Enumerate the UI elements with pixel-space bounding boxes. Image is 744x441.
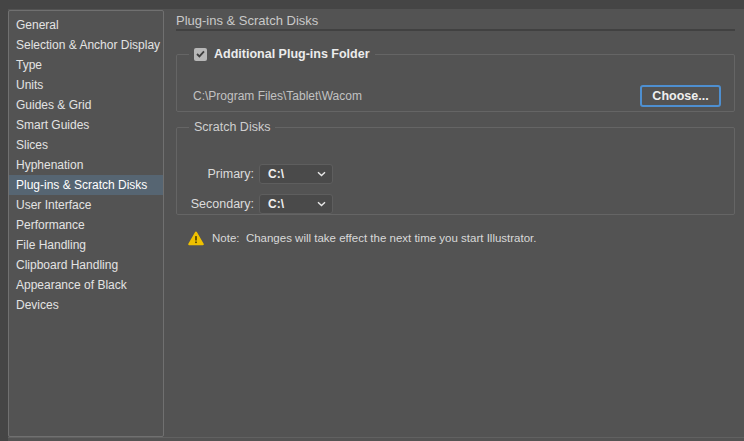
plugins-path-row: C:\Program Files\Tablet\Wacom Choose... [193, 85, 721, 107]
secondary-label: Secondary: [178, 197, 254, 211]
sidebar-list: General Selection & Anchor Display Type … [9, 11, 163, 315]
sidebar-item-user-interface[interactable]: User Interface [9, 195, 163, 215]
sidebar-item-general[interactable]: General [9, 15, 163, 35]
plugins-folder-path: C:\Program Files\Tablet\Wacom [193, 89, 362, 103]
additional-plugins-legend: Additional Plug-ins Folder [189, 47, 375, 61]
warning-icon [188, 231, 204, 246]
scratch-disks-label: Scratch Disks [194, 120, 270, 134]
primary-disk-value: C:\ [268, 167, 317, 181]
primary-disk-row: Primary: C:\ [178, 164, 333, 184]
additional-plugins-checkbox[interactable] [194, 48, 207, 61]
sidebar-item-appearance-of-black[interactable]: Appearance of Black [9, 275, 163, 295]
sidebar-item-slices[interactable]: Slices [9, 135, 163, 155]
additional-plugins-label: Additional Plug-ins Folder [214, 47, 370, 61]
sidebar-item-guides-grid[interactable]: Guides & Grid [9, 95, 163, 115]
page-title: Plug-ins & Scratch Disks [176, 13, 318, 28]
scratch-disks-group: Scratch Disks Primary: C:\ Secondary: C:… [176, 120, 735, 215]
chevron-down-icon [317, 171, 326, 177]
restart-note-text: Note: Changes will take effect the next … [212, 231, 537, 246]
sidebar-item-smart-guides[interactable]: Smart Guides [9, 115, 163, 135]
sidebar-item-plugins-scratch-disks[interactable]: Plug-ins & Scratch Disks [9, 175, 163, 195]
dialog-left-edge [0, 0, 8, 441]
primary-label: Primary: [178, 167, 254, 181]
sidebar-item-devices[interactable]: Devices [9, 295, 163, 315]
choose-button[interactable]: Choose... [640, 85, 721, 107]
secondary-disk-row: Secondary: C:\ [178, 194, 333, 214]
restart-note: Note: Changes will take effect the next … [188, 231, 537, 246]
sidebar-item-selection-anchor-display[interactable]: Selection & Anchor Display [9, 35, 163, 55]
secondary-disk-select[interactable]: C:\ [259, 194, 333, 214]
sidebar-item-clipboard-handling[interactable]: Clipboard Handling [9, 255, 163, 275]
preferences-sidebar: General Selection & Anchor Display Type … [8, 10, 164, 437]
sidebar-item-file-handling[interactable]: File Handling [9, 235, 163, 255]
secondary-disk-value: C:\ [268, 197, 317, 211]
primary-disk-select[interactable]: C:\ [259, 164, 333, 184]
preferences-content-pane: Plug-ins & Scratch Disks Additional Plug… [176, 0, 744, 441]
check-icon [196, 50, 205, 58]
bottom-divider [8, 437, 744, 438]
sidebar-item-units[interactable]: Units [9, 75, 163, 95]
chevron-down-icon [317, 201, 326, 207]
sidebar-item-performance[interactable]: Performance [9, 215, 163, 235]
preferences-dialog: General Selection & Anchor Display Type … [0, 0, 744, 441]
additional-plugins-group: Additional Plug-ins Folder C:\Program Fi… [176, 47, 735, 112]
sidebar-item-type[interactable]: Type [9, 55, 163, 75]
sidebar-item-hyphenation[interactable]: Hyphenation [9, 155, 163, 175]
scratch-disks-legend: Scratch Disks [189, 120, 275, 134]
header-divider [176, 29, 735, 31]
